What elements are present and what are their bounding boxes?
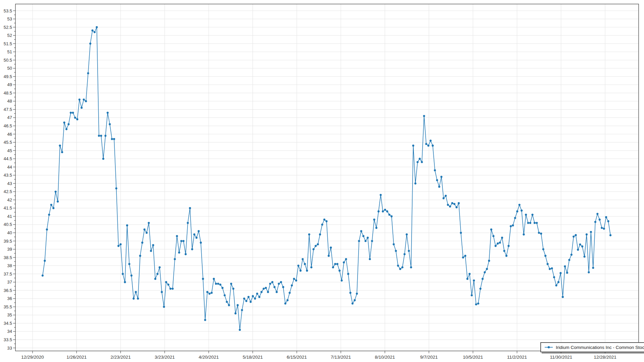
svg-text:39.5: 39.5 — [4, 239, 12, 244]
svg-text:43.5: 43.5 — [4, 173, 12, 178]
svg-text:4/20/2021: 4/20/2021 — [199, 355, 219, 360]
legend: Iridium Communications Inc - Common Stoc… — [540, 342, 644, 352]
axes — [13, 4, 639, 353]
svg-text:51.5: 51.5 — [4, 41, 12, 46]
chart-window: 3333.53434.53535.53636.53737.53838.53939… — [0, 0, 644, 362]
svg-text:33: 33 — [7, 346, 12, 351]
svg-text:11/30/2021: 11/30/2021 — [550, 355, 572, 360]
svg-text:50: 50 — [7, 66, 12, 71]
svg-text:6/15/2021: 6/15/2021 — [287, 355, 307, 360]
series-iridium-communications-inc-common-stock — [42, 26, 611, 331]
svg-text:9/7/2021: 9/7/2021 — [420, 355, 438, 360]
svg-text:10/5/2021: 10/5/2021 — [463, 355, 483, 360]
svg-text:41.5: 41.5 — [4, 205, 12, 210]
svg-text:49: 49 — [7, 82, 12, 87]
legend-label: Iridium Communications Inc - Common Stoc… — [556, 345, 644, 350]
svg-text:36: 36 — [7, 296, 12, 301]
svg-text:3/23/2021: 3/23/2021 — [155, 355, 175, 360]
svg-text:38.5: 38.5 — [4, 255, 12, 260]
svg-text:44.5: 44.5 — [4, 156, 12, 161]
svg-text:46.5: 46.5 — [4, 123, 12, 128]
svg-text:11/2/2021: 11/2/2021 — [507, 355, 527, 360]
svg-text:46: 46 — [7, 132, 12, 137]
svg-text:8/10/2021: 8/10/2021 — [375, 355, 395, 360]
data-point-markers — [42, 26, 611, 331]
svg-text:48.5: 48.5 — [4, 90, 12, 96]
svg-text:52.5: 52.5 — [4, 25, 12, 30]
svg-text:51: 51 — [7, 49, 12, 54]
svg-text:1/26/2021: 1/26/2021 — [66, 355, 87, 360]
svg-text:40: 40 — [7, 230, 12, 235]
svg-text:47: 47 — [7, 115, 12, 120]
svg-text:34: 34 — [7, 329, 12, 334]
svg-text:36.5: 36.5 — [4, 288, 12, 293]
svg-text:40.5: 40.5 — [4, 222, 12, 227]
svg-text:49.5: 49.5 — [4, 74, 12, 79]
svg-text:38: 38 — [7, 263, 12, 268]
price-line — [43, 27, 610, 330]
svg-text:43: 43 — [7, 181, 12, 186]
price-chart: 3333.53434.53535.53636.53737.53838.53939… — [0, 0, 644, 362]
svg-text:33.5: 33.5 — [4, 337, 12, 342]
legend-series-marker-icon — [544, 346, 553, 349]
svg-text:48: 48 — [7, 99, 12, 104]
svg-text:52: 52 — [7, 33, 12, 38]
svg-text:42.5: 42.5 — [4, 189, 12, 194]
svg-text:2/23/2021: 2/23/2021 — [111, 355, 131, 360]
gridlines — [15, 4, 639, 351]
svg-text:39: 39 — [7, 247, 12, 252]
svg-text:53.5: 53.5 — [4, 8, 12, 13]
svg-text:35.5: 35.5 — [4, 304, 12, 309]
svg-text:45.5: 45.5 — [4, 140, 12, 145]
svg-text:45: 45 — [7, 148, 12, 153]
svg-text:12/29/2020: 12/29/2020 — [21, 355, 44, 360]
svg-text:53: 53 — [7, 16, 12, 21]
svg-text:37.5: 37.5 — [4, 272, 12, 277]
svg-text:34.5: 34.5 — [4, 321, 12, 326]
svg-text:50.5: 50.5 — [4, 58, 12, 63]
svg-text:37: 37 — [7, 280, 12, 285]
svg-text:35: 35 — [7, 312, 12, 317]
svg-text:5/18/2021: 5/18/2021 — [243, 355, 263, 360]
svg-text:41: 41 — [7, 214, 12, 219]
svg-text:7/13/2021: 7/13/2021 — [331, 355, 351, 360]
svg-text:12/28/2021: 12/28/2021 — [594, 355, 616, 360]
svg-text:44: 44 — [7, 165, 12, 170]
svg-text:42: 42 — [7, 197, 12, 202]
svg-text:47.5: 47.5 — [4, 107, 12, 112]
